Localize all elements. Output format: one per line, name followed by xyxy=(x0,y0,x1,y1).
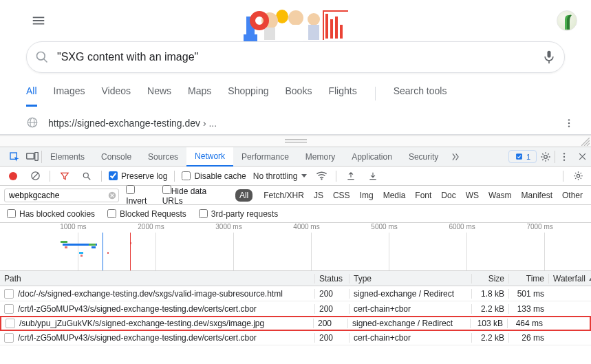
chevron-double-right-icon xyxy=(451,152,460,162)
network-timeline[interactable]: 1000 ms2000 ms3000 ms4000 ms5000 ms6000 … xyxy=(0,223,591,271)
filter-type-css[interactable]: CSS xyxy=(329,189,354,202)
filter-type-wasm[interactable]: Wasm xyxy=(484,189,516,202)
gear-icon xyxy=(540,151,551,162)
tab-maps[interactable]: Maps xyxy=(188,85,211,107)
svg-line-34 xyxy=(32,173,39,179)
header-path[interactable]: Path xyxy=(0,274,314,283)
throttling-select[interactable]: No throttling xyxy=(253,171,308,181)
svg-rect-12 xyxy=(340,25,343,39)
svg-point-38 xyxy=(577,174,579,177)
header-status[interactable]: Status xyxy=(314,274,349,283)
table-row[interactable]: /sub/ypu_jZuGukVK/s/signed-exchange-test… xyxy=(0,316,591,331)
svg-rect-28 xyxy=(516,153,522,160)
blocked-cookies-checkbox[interactable]: Has blocked cookies xyxy=(7,209,95,219)
search-result[interactable]: https://signed-exchange-testing.dev › ..… xyxy=(26,116,591,130)
table-row[interactable]: /crt/l-zG5oMUPv43/s/signed-exchange-test… xyxy=(0,330,591,345)
header-time[interactable]: Time xyxy=(508,274,548,283)
search-requests-button[interactable] xyxy=(79,171,94,181)
record-icon xyxy=(9,172,17,180)
disable-cache-checkbox[interactable]: Disable cache xyxy=(182,171,246,181)
result-menu-button[interactable] xyxy=(563,118,574,129)
file-icon xyxy=(4,304,14,314)
file-icon xyxy=(4,333,14,343)
type-cell: cert-chain+cbor xyxy=(349,333,471,343)
panel-resize-grip[interactable] xyxy=(0,136,591,147)
path-cell: /sub/ypu_jZuGukVK/s/signed-exchange-test… xyxy=(19,319,264,328)
element-picker-button[interactable] xyxy=(6,151,23,162)
filter-type-js[interactable]: JS xyxy=(310,189,327,202)
clear-button[interactable] xyxy=(28,171,43,181)
table-header: Path Status Type Size Time Waterfall xyxy=(0,271,591,286)
tab-shopping[interactable]: Shopping xyxy=(228,85,268,107)
account-avatar[interactable] xyxy=(557,10,577,31)
filter-type-ws[interactable]: WS xyxy=(462,189,483,202)
record-button[interactable] xyxy=(6,172,21,180)
preserve-log-checkbox[interactable]: Preserve log xyxy=(109,171,167,181)
network-settings-button[interactable] xyxy=(570,171,585,181)
tab-images[interactable]: Images xyxy=(54,85,85,107)
type-cell: signed-exchange / Redirect xyxy=(347,319,470,328)
devtools-close-button[interactable] xyxy=(573,152,591,161)
timeline-tick: 4000 ms xyxy=(293,223,319,231)
svg-point-35 xyxy=(83,173,88,178)
svg-rect-26 xyxy=(27,153,34,158)
hide-data-urls-checkbox[interactable]: Hide data URLs xyxy=(162,185,228,206)
voice-search-button[interactable] xyxy=(534,50,564,65)
google-doodle[interactable] xyxy=(241,4,351,44)
devtools-tab-console[interactable]: Console xyxy=(93,147,140,167)
timeline-tick: 5000 ms xyxy=(371,223,397,231)
svg-rect-8 xyxy=(308,25,319,40)
more-panels-button[interactable] xyxy=(447,152,464,162)
devtools-tab-performance[interactable]: Performance xyxy=(233,147,297,167)
clear-filter-button[interactable] xyxy=(107,191,117,200)
devtools-tab-security[interactable]: Security xyxy=(400,147,447,167)
blocked-requests-checkbox[interactable]: Blocked Requests xyxy=(107,209,186,219)
hamburger-menu-button[interactable] xyxy=(25,7,52,34)
devtools-tab-network[interactable]: Network xyxy=(186,147,233,167)
devtools-tab-elements[interactable]: Elements xyxy=(42,147,93,167)
devtools-tab-application[interactable]: Application xyxy=(343,147,400,167)
filter-type-manifest[interactable]: Manifest xyxy=(517,189,557,202)
tab-books[interactable]: Books xyxy=(285,85,312,107)
svg-rect-4 xyxy=(264,28,275,40)
filter-type-img[interactable]: Img xyxy=(356,189,378,202)
svg-point-20 xyxy=(568,119,570,120)
devtools-tab-memory[interactable]: Memory xyxy=(297,147,343,167)
filter-type-other[interactable]: Other xyxy=(558,189,587,202)
header-waterfall[interactable]: Waterfall xyxy=(548,274,591,283)
svg-rect-27 xyxy=(35,152,39,160)
table-row[interactable]: /doc/-/s/signed-exchange-testing.dev/sxg… xyxy=(0,286,591,301)
tab-search-tools[interactable]: Search tools xyxy=(394,85,447,107)
third-party-checkbox[interactable]: 3rd-party requests xyxy=(199,209,278,219)
tab-news[interactable]: News xyxy=(147,85,171,107)
table-row[interactable]: /crt/l-zG5oMUPv43/s/signed-exchange-test… xyxy=(0,301,591,317)
export-har-button[interactable] xyxy=(365,171,380,181)
filter-type-fetchxhr[interactable]: Fetch/XHR xyxy=(259,189,308,202)
tab-videos[interactable]: Videos xyxy=(101,85,131,107)
filter-type-font[interactable]: Font xyxy=(411,189,436,202)
devtools-tabs: ElementsConsoleSourcesNetworkPerformance… xyxy=(0,147,591,167)
svg-line-36 xyxy=(88,177,91,180)
filter-type-media[interactable]: Media xyxy=(379,189,410,202)
network-conditions-button[interactable] xyxy=(314,171,329,181)
invert-checkbox[interactable]: Invert xyxy=(126,185,155,206)
svg-rect-11 xyxy=(335,17,338,39)
svg-point-13 xyxy=(37,52,45,61)
import-har-button[interactable] xyxy=(343,171,358,181)
search-input[interactable] xyxy=(57,51,534,63)
filter-input[interactable] xyxy=(4,189,119,202)
filter-button[interactable] xyxy=(57,171,72,181)
devtools-settings-button[interactable] xyxy=(537,151,555,162)
tab-all[interactable]: All xyxy=(26,85,37,107)
svg-point-31 xyxy=(563,156,565,157)
filter-type-all[interactable]: All xyxy=(235,189,252,202)
tab-flights[interactable]: Flights xyxy=(328,85,356,107)
device-toolbar-button[interactable] xyxy=(23,152,41,162)
devtools-menu-button[interactable] xyxy=(555,152,573,162)
header-size[interactable]: Size xyxy=(471,274,508,283)
issues-chip[interactable]: 1 xyxy=(508,150,537,163)
filter-type-doc[interactable]: Doc xyxy=(437,189,460,202)
devtools-tab-sources[interactable]: Sources xyxy=(140,147,186,167)
path-cell: /doc/-/s/signed-exchange-testing.dev/sxg… xyxy=(18,289,283,299)
header-type[interactable]: Type xyxy=(349,274,471,283)
